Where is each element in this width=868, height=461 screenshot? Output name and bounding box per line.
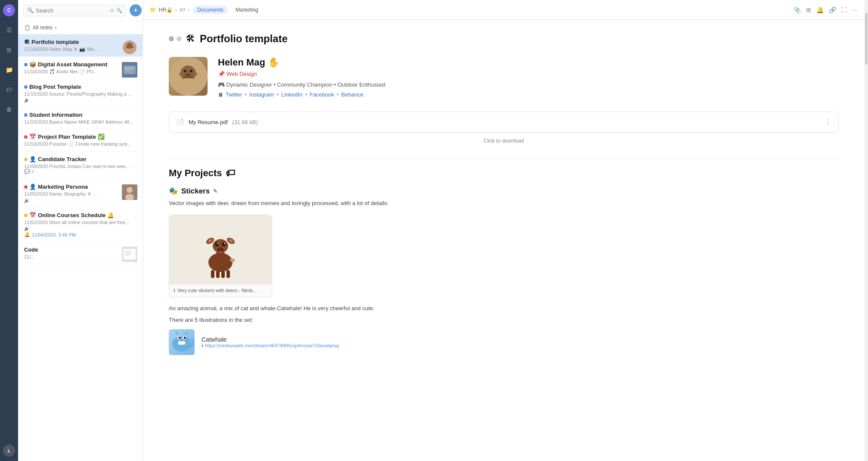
search-input[interactable] bbox=[36, 7, 108, 14]
svg-rect-42 bbox=[226, 270, 230, 278]
list-item[interactable]: 👤 Marketing Persona 11/05/2020 Name: Bio… bbox=[18, 179, 143, 208]
document-icon: 📄 bbox=[176, 118, 184, 126]
page-title-emoji: 🛠 bbox=[186, 33, 195, 44]
project-count: There are 5 illustrations in the set: bbox=[169, 317, 839, 323]
wave-emoji: ✋ bbox=[268, 57, 279, 68]
search-magnifier-icon[interactable]: 🔍 bbox=[116, 8, 122, 13]
status-dot bbox=[24, 135, 28, 139]
trash-icon[interactable]: 🗑 bbox=[3, 103, 15, 115]
sound-icon: 🔊 bbox=[24, 198, 136, 203]
svg-point-3 bbox=[131, 47, 133, 48]
folder-name[interactable]: HR🔒 bbox=[159, 7, 173, 13]
image-card: ℹ Very cute stickers with deers - Nimb..… bbox=[169, 215, 272, 297]
tab-marketing[interactable]: Marketing bbox=[231, 6, 263, 14]
tab-documents[interactable]: Documents bbox=[193, 6, 228, 14]
svg-point-37 bbox=[221, 249, 223, 250]
note-meta: 11/10/2020 Purpose 📄 Create new tracking… bbox=[24, 141, 136, 147]
catwhale-label: Catwhale bbox=[202, 336, 339, 343]
list-item[interactable]: 👤 Candidate Tracker 11/09/2020 Priscilla… bbox=[18, 152, 143, 179]
link-facebook[interactable]: Facebook bbox=[310, 91, 334, 98]
svg-point-23 bbox=[179, 78, 198, 92]
svg-point-36 bbox=[218, 249, 220, 250]
resume-filename: My Resume.pdf bbox=[189, 119, 228, 125]
svg-point-43 bbox=[230, 259, 235, 262]
top-avatar[interactable]: C bbox=[3, 4, 15, 16]
link-behance[interactable]: Behance bbox=[341, 91, 363, 98]
image-caption: ℹ Very cute stickers with deers - Nimb..… bbox=[169, 284, 272, 297]
svg-rect-40 bbox=[216, 271, 220, 278]
fullscreen-icon[interactable]: ⛶ bbox=[841, 6, 847, 13]
note-emoji: 📅 bbox=[29, 212, 36, 218]
list-item[interactable]: 🛠Portfolio template 11/10/2020 Helen Mag… bbox=[18, 34, 143, 57]
sidebar: 🔍 ⊟ 🔍 + 📋 All notes ▾ 🛠Portfolio templat… bbox=[18, 0, 143, 461]
scroll-track[interactable] bbox=[865, 0, 868, 461]
link-instagram[interactable]: Instagram bbox=[249, 91, 274, 98]
breadcrumb: 📁 HR🔒 › 🏷 › bbox=[150, 6, 189, 13]
svg-point-51 bbox=[184, 337, 186, 339]
chevron-right-icon: › bbox=[175, 7, 177, 13]
bottom-avatar[interactable]: L bbox=[3, 445, 15, 457]
list-item[interactable]: 📅 Project Plan Template ✅ 11/10/2020 Pur… bbox=[18, 129, 143, 152]
list-item[interactable]: 📅 Online Courses Schedule 🔔 11/02/2020 S… bbox=[18, 208, 143, 242]
hamburger-icon[interactable]: ☰ bbox=[3, 24, 15, 36]
add-note-button[interactable]: + bbox=[130, 4, 142, 16]
note-list: 🛠Portfolio template 11/10/2020 Helen Mag… bbox=[18, 34, 143, 461]
list-item[interactable]: Student Information 11/10/2020 Basics Na… bbox=[18, 107, 143, 129]
status-dot bbox=[24, 63, 28, 66]
tag-breadcrumb-icon: 🏷 bbox=[180, 6, 185, 13]
pin-icon: 📌 bbox=[218, 71, 225, 77]
note-title-text: Code bbox=[24, 246, 38, 253]
role-link[interactable]: Web Design bbox=[226, 71, 257, 77]
note-title-text: Candidate Tracker bbox=[38, 156, 87, 162]
page-title-row: 🛠 Portfolio template bbox=[169, 33, 839, 45]
svg-point-38 bbox=[219, 251, 222, 253]
status-dot-2 bbox=[177, 36, 182, 41]
folder-breadcrumb-icon: 📁 bbox=[150, 7, 156, 13]
bell-icon: 🔔 bbox=[24, 232, 30, 237]
svg-rect-55 bbox=[183, 341, 184, 343]
note-emoji: 👤 bbox=[29, 156, 36, 162]
projects-title: My Projects bbox=[169, 168, 222, 179]
catwhale-link[interactable]: ℹ https://nimbusweb.me/s/share/4647499/i… bbox=[202, 343, 339, 349]
check-icon: ✅ bbox=[98, 134, 105, 140]
notification-icon[interactable]: 🔔 bbox=[816, 6, 824, 13]
svg-point-21 bbox=[179, 72, 184, 76]
list-item[interactable]: 📦 Digital Asset Management 11/10/2020 🎵 … bbox=[18, 57, 143, 79]
grid-icon[interactable]: ⊞ bbox=[3, 44, 15, 56]
more-options-icon[interactable]: ··· bbox=[852, 6, 858, 13]
filter-icon[interactable]: ⊟ bbox=[110, 8, 114, 13]
list-item[interactable]: Code 11/... bbox=[18, 242, 143, 264]
note-thumbnail bbox=[122, 246, 137, 262]
svg-point-50 bbox=[179, 337, 181, 339]
folder-icon[interactable]: 📁 bbox=[3, 64, 15, 76]
search-box[interactable]: 🔍 ⊟ 🔍 bbox=[23, 5, 126, 16]
resume-box: 📄 My Resume.pdf (31.66 kB) ⋮ bbox=[169, 112, 839, 133]
svg-marker-46 bbox=[175, 331, 179, 334]
svg-point-2 bbox=[126, 47, 128, 48]
project-emoji: 🎭 bbox=[169, 187, 178, 196]
note-meta: 11/10/2020 Basics Name MIKE GRAY Address… bbox=[24, 119, 136, 125]
status-dot bbox=[24, 85, 28, 89]
note-emoji: 📅 bbox=[29, 134, 36, 140]
tag-sidebar-icon[interactable]: 🏷 bbox=[3, 84, 15, 96]
grid-view-icon[interactable]: ⊞ bbox=[806, 6, 811, 13]
svg-point-18 bbox=[184, 70, 186, 72]
profile-tags: 🎮 Dynamic Designer • Community Champion … bbox=[218, 81, 839, 88]
svg-point-20 bbox=[186, 73, 191, 77]
all-notes-bar[interactable]: 📋 All notes ▾ bbox=[18, 21, 143, 34]
resume-more-icon[interactable]: ⋮ bbox=[825, 118, 831, 126]
share-icon[interactable]: 🔗 bbox=[829, 6, 836, 13]
status-dot bbox=[24, 158, 28, 161]
image-area bbox=[169, 215, 272, 284]
resume-filesize: (31.66 kB) bbox=[232, 119, 258, 125]
note-emoji: 👤 bbox=[29, 184, 36, 190]
status-dot bbox=[24, 214, 28, 217]
scroll-thumb[interactable] bbox=[865, 13, 868, 65]
note-thumbnail bbox=[123, 40, 136, 54]
click-download[interactable]: Click to download bbox=[169, 135, 839, 146]
attachment-icon[interactable]: 📎 bbox=[794, 6, 801, 13]
link-twitter[interactable]: Twitter bbox=[226, 91, 242, 98]
list-item[interactable]: Blog Post Template 11/10/2020 Source: Pe… bbox=[18, 79, 143, 107]
link-linkedin[interactable]: LinkedIn bbox=[281, 91, 302, 98]
note-title-text: Marketing Persona bbox=[38, 184, 88, 190]
